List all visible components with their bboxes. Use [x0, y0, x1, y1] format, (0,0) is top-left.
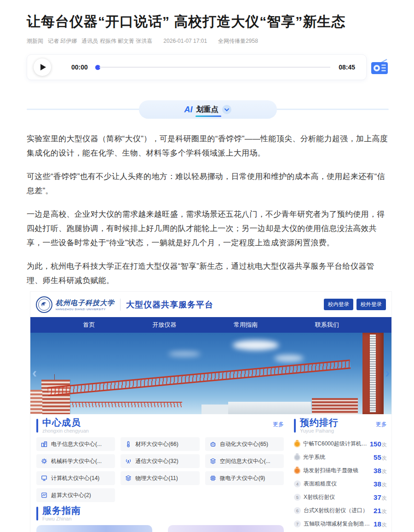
reservation-count: 38次: [374, 480, 387, 488]
university-seal-logo: [36, 296, 52, 313]
university-name-en: HANGZHOU DIANZI UNIVERSITY: [56, 308, 115, 311]
external-login-button[interactable]: 校外登录: [356, 299, 386, 310]
service-cards: [36, 525, 284, 532]
ranking-row[interactable]: 宁畅TC6000超级计算机集群 150次: [294, 437, 387, 451]
ai-logo: AI: [184, 105, 193, 115]
site-content: 中心成员 zhongxin chengyuan 更多 电子信息大仪中心(... …: [30, 414, 391, 532]
ranking-row[interactable]: 场发射扫描电子显微镜 38次: [294, 464, 387, 477]
audio-progress-bar[interactable]: [95, 65, 330, 70]
services-subtitle: Fuwu Zhinan: [42, 516, 81, 521]
services-section: 服务指南 Fuwu Zhinan: [36, 506, 284, 532]
play-button[interactable]: [34, 58, 51, 76]
ai-highlight-row: AI 划重点: [27, 100, 389, 119]
antenna-icon: [125, 458, 132, 464]
campus-building-left: [41, 380, 70, 414]
paragraph-2: 可这些“香饽饽”也有不少让人头疼的地方：难以轻易挪动，日常使用和维护的成本高，使…: [27, 169, 389, 198]
campus-building-right: [312, 398, 358, 414]
reservation-count: 18次: [374, 520, 387, 528]
campus-buildings-white: [228, 402, 311, 414]
ranking-row[interactable]: 5 X射线衍射仪 37次: [294, 491, 387, 504]
building-icon: [41, 441, 47, 447]
service-card[interactable]: [36, 525, 152, 532]
rank-number-badge: 4: [294, 480, 301, 487]
paragraph-4: 为此，杭州电子科技大学正在打造大型仪器“智享”新生态，通过杭电大型仪器共享服务平…: [27, 259, 389, 288]
member-centers-grid: 电子信息大仪中心(... 材环大仪中心(66) 自动化大仪中心(65) 机械科学…: [36, 437, 284, 502]
internal-login-button[interactable]: 校内登录: [324, 299, 353, 310]
member-center-item[interactable]: 计算机大仪中心(14): [36, 471, 115, 485]
byline-datetime: 2026-01-07 17:01: [163, 38, 207, 44]
thermometer-icon: [125, 441, 132, 447]
layers-icon: [125, 475, 132, 481]
chevron-down-icon[interactable]: [222, 105, 231, 114]
gold-medal-icon: [294, 441, 300, 447]
play-icon: [40, 64, 46, 70]
ranking-row[interactable]: 7 五轴联动增减材复合制造装备 18次: [294, 517, 387, 531]
site-navbar: 首页 开放仪器 常用指南 联系我们: [30, 317, 391, 333]
byline-correspondents: 通讯员 程振伟 郦文菁 张洪嘉: [81, 38, 152, 44]
ranking-more-link[interactable]: 更多: [376, 421, 387, 428]
member-center-item[interactable]: 电子信息大仪中心(...: [36, 437, 115, 451]
audio-player-row: 00:00 08:45: [27, 54, 389, 80]
carousel-prev-icon[interactable]: ‹: [32, 366, 37, 380]
members-title: 中心成员: [42, 418, 89, 427]
rank-number-badge: 6: [294, 507, 301, 514]
bronze-medal-icon: [294, 468, 300, 474]
audio-progress-track[interactable]: [99, 67, 330, 68]
embedded-platform-screenshot: 杭州电子科技大学 HANGZHOU DIANZI UNIVERSITY 大型仪器…: [30, 291, 392, 532]
audio-current-time: 00:00: [71, 64, 88, 71]
member-center-item[interactable]: 空间信息大仪中心(...: [205, 454, 284, 468]
members-section-header: 中心成员 zhongxin chengyuan 更多: [36, 418, 284, 434]
ai-highlight-label: 划重点: [196, 105, 218, 115]
gear-icon: [41, 458, 47, 464]
member-center-item[interactable]: 物理大仪中心(11): [121, 471, 199, 485]
monitor-icon: [41, 475, 47, 481]
robot-icon: [210, 441, 216, 447]
members-more-link[interactable]: 更多: [273, 421, 284, 428]
member-center-item[interactable]: 微电子大仪中心(9): [205, 471, 284, 485]
members-subtitle: zhongxin chengyuan: [42, 428, 89, 434]
carousel-next-icon[interactable]: ›: [385, 366, 390, 380]
ranking-list: 宁畅TC6000超级计算机集群 150次 光学系统 55次 场发射扫描电子显微镜…: [294, 437, 387, 531]
nav-item-instruments[interactable]: 开放仪器: [152, 321, 176, 329]
nav-item-contact[interactable]: 联系我们: [315, 321, 339, 329]
member-center-item[interactable]: 自动化大仪中心(65): [205, 437, 284, 451]
paragraph-3: 一边是高校、企业对大仪的需求越来越旺盛，需求场景还五花八门，不少青年研究者为了预…: [27, 207, 389, 250]
hero-carousel-image: ‹ ›: [30, 333, 391, 414]
ranking-row[interactable]: 6 台式X射线衍射仪（进口） 21次: [294, 504, 387, 517]
university-name-cn: 杭州电子科技大学: [56, 299, 115, 307]
rank-number-badge: 5: [294, 494, 301, 501]
byline-views: 全网传播量2958: [218, 38, 258, 44]
nav-item-home[interactable]: 首页: [83, 321, 95, 329]
ranking-subtitle: Yuyue Paihang: [300, 428, 339, 434]
reservation-count: 38次: [374, 467, 387, 475]
audio-player: 00:00 08:45: [27, 54, 367, 80]
campus-truss-structure: [47, 359, 351, 396]
member-center-item[interactable]: 机械科学大仪中心(...: [36, 454, 115, 468]
byline: 潮新闻记者 邱伊娜通讯员 程振伟 郦文菁 张洪嘉2026-01-07 17:01…: [27, 37, 389, 45]
reservation-count: 150次: [370, 440, 387, 448]
campus-red-tower: [362, 333, 384, 414]
audio-duration: 08:45: [339, 64, 355, 71]
member-center-item[interactable]: 材环大仪中心(66): [121, 437, 199, 451]
services-section-header: 服务指南 Fuwu Zhinan: [36, 506, 284, 521]
university-logo-text: 杭州电子科技大学 HANGZHOU DIANZI UNIVERSITY: [56, 299, 115, 311]
reservation-count: 21次: [374, 507, 387, 515]
reservation-count: 55次: [374, 453, 387, 462]
service-card[interactable]: [168, 525, 284, 532]
header-divider: [120, 299, 121, 311]
ai-highlight-button[interactable]: AI 划重点: [139, 100, 277, 119]
member-center-item[interactable]: 通信大仪中心(32): [121, 454, 199, 468]
nav-item-guide[interactable]: 常用指南: [234, 321, 258, 329]
radio-icon[interactable]: [370, 58, 389, 77]
services-title: 服务指南: [42, 506, 81, 515]
chart-icon: [41, 492, 47, 498]
paragraph-1: 实验室里的大型仪器（简称“大仪”），可是科研圈里的“香饽饽”——性能顶尖、分析能…: [27, 132, 389, 160]
ranking-row[interactable]: 4 表面粗糙度仪 38次: [294, 477, 387, 491]
cloud: [168, 351, 201, 357]
byline-reporters: 记者 邱伊娜: [48, 38, 77, 44]
ranking-row[interactable]: 光学系统 55次: [294, 451, 387, 464]
platform-title: 大型仪器共享服务平台: [126, 299, 213, 310]
member-center-item[interactable]: 超算大仪中心(2): [36, 488, 115, 502]
chip-icon: [210, 475, 216, 481]
cloud: [233, 340, 279, 350]
